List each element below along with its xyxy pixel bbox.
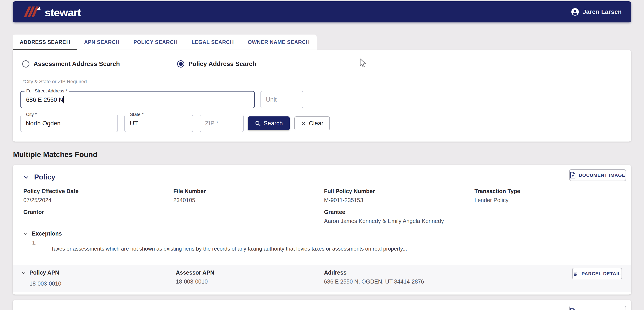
- policy-apn-toggle[interactable]: Policy APN: [21, 269, 59, 276]
- tab-label: APN SEARCH: [84, 39, 120, 45]
- brand-text: stewart: [45, 7, 81, 18]
- search-type-radio-group: Assessment Address Search Policy Address…: [22, 60, 256, 67]
- exceptions-section-toggle[interactable]: Exceptions: [23, 230, 62, 237]
- document-image-button-label: DOCUMENT IMAGE: [579, 309, 625, 310]
- field-placeholder: ZIP *: [205, 120, 218, 127]
- text-caret: [63, 96, 64, 103]
- exception-number: 1.: [32, 240, 36, 246]
- close-icon: ✕: [301, 120, 306, 127]
- stewart-logo-icon: [22, 5, 42, 18]
- assessor-apn-field: Assessor APN 18-003-0010: [176, 269, 214, 285]
- required-note: *City & State or ZIP Required: [23, 79, 87, 85]
- chevron-down-icon: [23, 231, 28, 236]
- file-number-field: File Number 2340105: [173, 188, 206, 203]
- document-image-button[interactable]: DOCUMENT IMAGE: [569, 169, 626, 181]
- tab-label: POLICY SEARCH: [134, 39, 178, 45]
- grantor-field: Grantor: [23, 209, 44, 218]
- radio-label: Policy Address Search: [188, 60, 256, 67]
- parcel-detail-button-label: PARCEL DETAIL: [582, 271, 621, 276]
- radio-assessment-address-search[interactable]: Assessment Address Search: [22, 60, 120, 67]
- user-name: Jaren Larsen: [583, 8, 622, 15]
- field-value: 2340105: [173, 197, 206, 203]
- field-label: Policy Effective Date: [23, 188, 78, 195]
- search-button-label: Search: [264, 120, 283, 127]
- next-result-card: DOCUMENT IMAGE: [13, 300, 631, 310]
- policy-apn-value: 18-003-0010: [30, 280, 61, 287]
- field-label: Full Policy Number: [324, 188, 375, 195]
- search-button[interactable]: Search: [248, 116, 290, 130]
- tab-label: LEGAL SEARCH: [192, 39, 234, 45]
- unit-input[interactable]: Unit: [260, 91, 303, 108]
- radio-checked-icon: [177, 60, 184, 67]
- field-value: 18-003-0010: [176, 278, 214, 285]
- field-label: Transaction Type: [474, 188, 520, 195]
- tab-bar: ADDRESS SEARCH APN SEARCH POLICY SEARCH …: [13, 34, 316, 50]
- transaction-type-field: Transaction Type Lender Policy: [474, 188, 520, 203]
- search-icon: [255, 120, 261, 126]
- app-header: stewart Jaren Larsen: [13, 1, 631, 22]
- chevron-down-icon: [23, 174, 29, 180]
- mouse-cursor-icon: [358, 58, 367, 69]
- document-image-button[interactable]: DOCUMENT IMAGE: [569, 306, 626, 310]
- field-label: City *: [24, 112, 38, 117]
- grantee-field: Grantee Aaron James Kennedy & Emily Ange…: [324, 209, 444, 224]
- list-icon: [573, 271, 579, 276]
- field-value: 07/25/2024: [23, 197, 78, 203]
- field-value: UT: [130, 120, 138, 127]
- tab-apn-search[interactable]: APN SEARCH: [77, 34, 126, 50]
- policy-result-card: Policy DOCUMENT IMAGE Policy Effective D…: [13, 165, 631, 295]
- full-street-address-input[interactable]: Full Street Address * 686 E 2550 N: [20, 91, 255, 108]
- radio-unchecked-icon: [22, 60, 30, 67]
- field-value: 686 E 2550 N, OGDEN, UT 84414-2876: [324, 278, 424, 285]
- results-heading: Multiple Matches Found: [13, 150, 98, 159]
- field-label: Full Street Address *: [24, 88, 69, 93]
- tab-address-search[interactable]: ADDRESS SEARCH: [13, 34, 77, 50]
- field-value: M-9011-235153: [324, 197, 375, 203]
- field-value: 686 E 2550 N: [26, 96, 64, 103]
- user-menu[interactable]: Jaren Larsen: [570, 7, 622, 16]
- tab-legal-search[interactable]: LEGAL SEARCH: [184, 34, 241, 50]
- field-value: North Ogden: [26, 120, 61, 127]
- state-input[interactable]: State * UT: [124, 115, 193, 132]
- account-icon: [570, 7, 580, 16]
- field-label: Grantor: [23, 209, 44, 215]
- field-label: State *: [128, 112, 145, 117]
- field-placeholder: Unit: [266, 96, 277, 103]
- address-field: Address 686 E 2550 N, OGDEN, UT 84414-28…: [324, 269, 424, 285]
- tab-label: ADDRESS SEARCH: [20, 39, 70, 45]
- document-icon: [570, 308, 576, 310]
- policy-effective-date-field: Policy Effective Date 07/25/2024: [23, 188, 78, 203]
- policy-section-toggle[interactable]: Policy: [23, 173, 55, 181]
- apn-strip: Policy APN 18-003-0010 Assessor APN 18-0…: [13, 265, 631, 292]
- radio-policy-address-search[interactable]: Policy Address Search: [177, 60, 256, 67]
- tab-label: OWNER NAME SEARCH: [248, 39, 310, 45]
- parcel-detail-button[interactable]: PARCEL DETAIL: [572, 268, 622, 279]
- document-icon: [570, 172, 576, 179]
- chevron-down-icon: [21, 270, 26, 275]
- field-label: Grantee: [324, 209, 444, 215]
- exception-text: Taxes or assessments which are not shown…: [51, 246, 407, 252]
- field-value: Aaron James Kennedy & Emily Angela Kenne…: [324, 218, 444, 224]
- field-label: Address: [324, 269, 424, 276]
- clear-button-label: Clear: [309, 120, 323, 127]
- zip-input[interactable]: ZIP *: [200, 115, 244, 132]
- address-search-panel: Assessment Address Search Policy Address…: [13, 50, 631, 142]
- tab-policy-search[interactable]: POLICY SEARCH: [126, 34, 184, 50]
- brand: stewart: [22, 5, 81, 18]
- tab-owner-name-search[interactable]: OWNER NAME SEARCH: [241, 34, 316, 50]
- exceptions-title: Exceptions: [32, 230, 62, 237]
- radio-label: Assessment Address Search: [34, 60, 120, 67]
- full-policy-number-field: Full Policy Number M-9011-235153: [324, 188, 375, 203]
- field-label: File Number: [173, 188, 206, 195]
- policy-apn-label: Policy APN: [30, 269, 59, 276]
- document-image-button-label: DOCUMENT IMAGE: [579, 173, 625, 178]
- field-label: Assessor APN: [176, 269, 214, 276]
- field-value: Lender Policy: [474, 197, 520, 203]
- policy-section-title: Policy: [34, 173, 55, 181]
- app-root: stewart Jaren Larsen ADDRESS SEARCH APN …: [0, 0, 644, 310]
- clear-button[interactable]: ✕ Clear: [294, 116, 330, 130]
- city-input[interactable]: City * North Ogden: [20, 115, 118, 132]
